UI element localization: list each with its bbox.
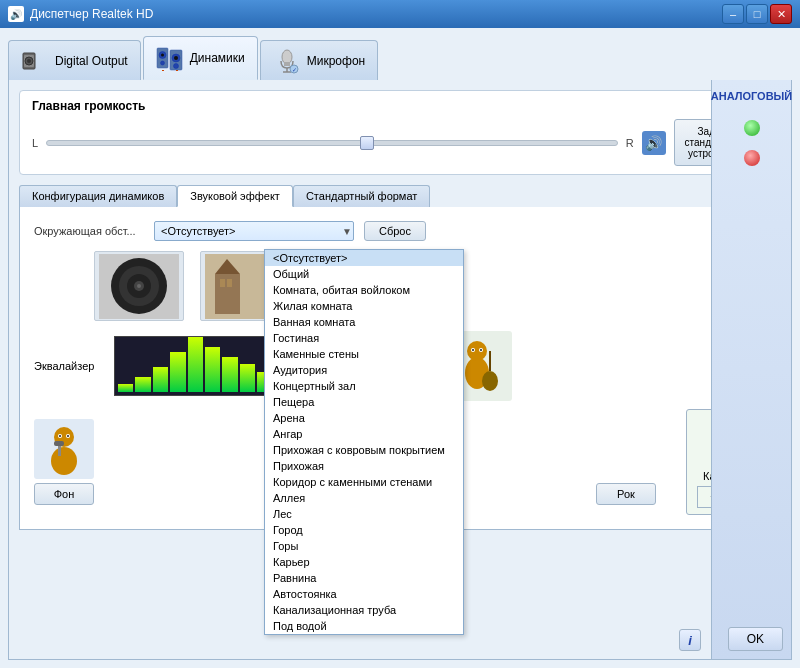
svg-point-47 bbox=[51, 447, 77, 475]
window-title: Диспетчер Realtek HD bbox=[30, 7, 722, 21]
title-bar: 🔊 Диспетчер Realtek HD – □ ✕ bbox=[0, 0, 800, 28]
svg-point-25 bbox=[137, 284, 141, 288]
volume-label: Главная громкость bbox=[32, 99, 768, 113]
dropdown-item-arena[interactable]: Арена bbox=[265, 410, 463, 426]
surround-dropdown[interactable]: <Отсутствует> bbox=[154, 221, 354, 241]
info-button[interactable]: i bbox=[679, 629, 701, 651]
fon-item: Фон bbox=[34, 419, 94, 505]
svg-rect-28 bbox=[220, 279, 225, 287]
dropdown-item-city[interactable]: Город bbox=[265, 522, 463, 538]
tab-digital-output[interactable]: Digital Output bbox=[8, 40, 141, 80]
tab-speakers-label: Динамики bbox=[190, 51, 245, 65]
volume-left-label: L bbox=[32, 137, 38, 149]
digital-output-icon bbox=[21, 47, 49, 75]
svg-point-10 bbox=[174, 56, 178, 60]
dropdown-item-living[interactable]: Гостиная bbox=[265, 330, 463, 346]
indicator-red bbox=[744, 150, 760, 166]
dropdown-item-parking[interactable]: Автостоянка bbox=[265, 586, 463, 602]
dropdown-item-concert[interactable]: Концертный зал bbox=[265, 378, 463, 394]
close-button[interactable]: ✕ bbox=[770, 4, 792, 24]
dropdown-item-underwater[interactable]: Под водой bbox=[265, 618, 463, 634]
svg-point-6 bbox=[161, 54, 164, 57]
dropdown-item-room-carpet[interactable]: Комната, обитая войлоком bbox=[265, 282, 463, 298]
svg-marker-12 bbox=[162, 70, 164, 71]
rock-button[interactable]: Рок bbox=[596, 483, 656, 505]
volume-row: L R 🔊 Задать стандартное устройство ▼ bbox=[32, 119, 768, 166]
rock-placeholder bbox=[596, 419, 656, 479]
fon-button[interactable]: Фон bbox=[34, 483, 94, 505]
surround-reset-button[interactable]: Сброс bbox=[364, 221, 426, 241]
svg-text:✓: ✓ bbox=[292, 67, 297, 73]
surround-dropdown-popup: <Отсутствует> Общий Комната, обитая войл… bbox=[264, 249, 464, 635]
svg-marker-13 bbox=[176, 70, 178, 71]
app-icon: 🔊 bbox=[8, 6, 24, 22]
dropdown-item-hall[interactable]: Прихожая bbox=[265, 458, 463, 474]
svg-point-3 bbox=[27, 59, 31, 63]
dropdown-item-quarry[interactable]: Карьер bbox=[265, 554, 463, 570]
svg-point-7 bbox=[160, 61, 164, 65]
tab-microphone[interactable]: ✓ Микрофон bbox=[260, 40, 378, 80]
volume-icon: 🔊 bbox=[642, 131, 666, 155]
right-panel: АНАЛОГОВЫЙ bbox=[711, 80, 791, 659]
volume-slider-thumb[interactable] bbox=[360, 136, 374, 150]
svg-point-52 bbox=[59, 435, 61, 437]
dropdown-item-alley[interactable]: Аллея bbox=[265, 490, 463, 506]
surround-label: Окружающая обст... bbox=[34, 225, 144, 237]
svg-point-43 bbox=[472, 349, 474, 351]
window-controls: – □ ✕ bbox=[722, 4, 792, 24]
svg-point-39 bbox=[482, 371, 498, 391]
dropdown-item-forest[interactable]: Лес bbox=[265, 506, 463, 522]
dropdown-item-plain[interactable]: Равнина bbox=[265, 570, 463, 586]
inner-tab-effects[interactable]: Звуковой эффект bbox=[177, 185, 293, 207]
microphone-icon: ✓ bbox=[273, 47, 301, 75]
dropdown-item-hall-carpet[interactable]: Прихожая с ковровым покрытием bbox=[265, 442, 463, 458]
inner-tab-format[interactable]: Стандартный формат bbox=[293, 185, 430, 207]
svg-rect-15 bbox=[284, 62, 290, 66]
speakers-icon bbox=[156, 44, 184, 72]
analog-label: АНАЛОГОВЫЙ bbox=[711, 90, 793, 102]
dropdown-item-bathroom[interactable]: Ванная комната bbox=[265, 314, 463, 330]
indicator-green bbox=[744, 120, 760, 136]
tab-microphone-label: Микрофон bbox=[307, 54, 365, 68]
inner-tabs: Конфигурация динамиков Звуковой эффект С… bbox=[19, 185, 781, 207]
svg-rect-49 bbox=[54, 441, 64, 446]
volume-right-label: R bbox=[626, 137, 634, 149]
dropdown-item-stone-walls[interactable]: Каменные стены bbox=[265, 346, 463, 362]
dropdown-item-general[interactable]: Общий bbox=[265, 266, 463, 282]
dropdown-item-none[interactable]: <Отсутствует> bbox=[265, 250, 463, 266]
surround-row: Окружающая обст... <Отсутствует> ▼ <Отсу… bbox=[34, 221, 766, 241]
info-icon: i bbox=[688, 633, 692, 648]
ok-button[interactable]: OK bbox=[728, 627, 783, 651]
dropdown-item-cave[interactable]: Пещера bbox=[265, 394, 463, 410]
minimize-button[interactable]: – bbox=[722, 4, 744, 24]
content-area: Главная громкость L R 🔊 Задать стандартн… bbox=[8, 80, 792, 660]
dropdown-item-sewer[interactable]: Канализационная труба bbox=[265, 602, 463, 618]
tab-speakers[interactable]: Динамики bbox=[143, 36, 258, 80]
surround-dropdown-wrapper: <Отсутствует> ▼ <Отсутствует> Общий Комн… bbox=[154, 221, 354, 241]
inner-tab-config[interactable]: Конфигурация динамиков bbox=[19, 185, 177, 207]
main-tabs: Digital Output Динамики bbox=[8, 36, 792, 80]
dropdown-item-stone-corridor[interactable]: Коридор с каменными стенами bbox=[265, 474, 463, 490]
svg-point-44 bbox=[480, 349, 482, 351]
svg-rect-29 bbox=[227, 279, 232, 287]
svg-point-11 bbox=[173, 64, 178, 69]
maximize-button[interactable]: □ bbox=[746, 4, 768, 24]
main-window: Digital Output Динамики bbox=[0, 28, 800, 668]
dropdown-item-hangar[interactable]: Ангар bbox=[265, 426, 463, 442]
svg-point-14 bbox=[282, 50, 292, 64]
rock-item: Рок bbox=[596, 419, 656, 505]
svg-point-38 bbox=[467, 341, 487, 361]
eq-label: Эквалайзер bbox=[34, 360, 104, 372]
volume-slider-track[interactable] bbox=[46, 140, 618, 146]
effects-panel: Окружающая обст... <Отсутствует> ▼ <Отсу… bbox=[19, 207, 781, 530]
volume-section: Главная громкость L R 🔊 Задать стандартн… bbox=[19, 90, 781, 175]
svg-point-53 bbox=[67, 435, 69, 437]
tab-digital-label: Digital Output bbox=[55, 54, 128, 68]
vinyl-image bbox=[94, 251, 184, 321]
dropdown-item-mountains[interactable]: Горы bbox=[265, 538, 463, 554]
dropdown-item-auditorium[interactable]: Аудитория bbox=[265, 362, 463, 378]
fon-figure-icon bbox=[34, 419, 94, 479]
dropdown-item-living-room[interactable]: Жилая комната bbox=[265, 298, 463, 314]
